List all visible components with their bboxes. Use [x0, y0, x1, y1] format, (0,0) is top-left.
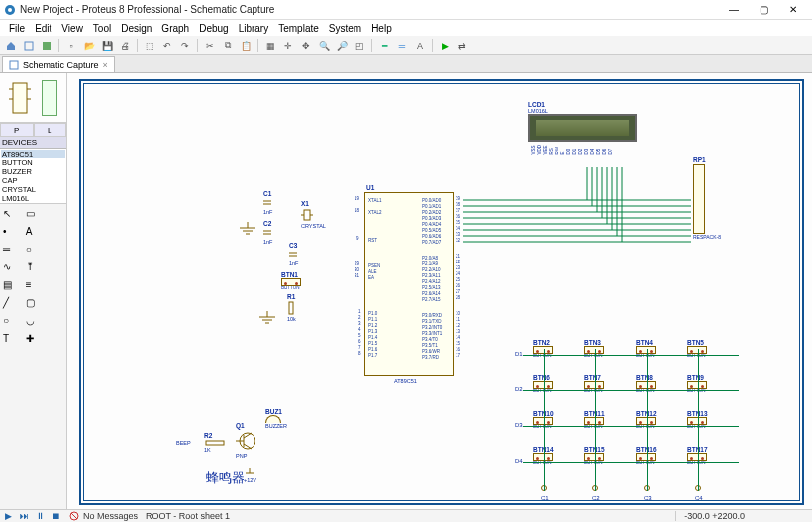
tool-new-icon[interactable]: ▫	[63, 38, 79, 53]
window-maximize-button[interactable]: ▢	[749, 1, 778, 19]
side-line-icon[interactable]: ╱	[2, 296, 18, 312]
keypad-row-label: D3	[515, 422, 523, 428]
keypad-row-wire	[523, 390, 739, 391]
menu-design[interactable]: Design	[116, 22, 156, 35]
app-icon	[4, 4, 16, 16]
sim-step-button[interactable]: ⏭	[17, 511, 31, 522]
side-circle-icon[interactable]: ○	[2, 314, 18, 330]
tool-save-icon[interactable]: 💾	[99, 38, 115, 53]
device-item[interactable]: AT89C51	[1, 150, 65, 158]
window-close-button[interactable]: ✕	[778, 1, 808, 19]
devices-list[interactable]: AT89C51 BUTTON BUZZER CAP CRYSTAL LM016L…	[0, 149, 66, 204]
menu-template[interactable]: Template	[273, 22, 324, 35]
keypad-row-wire	[523, 462, 739, 463]
keypad-col-label: C4	[695, 495, 703, 501]
side-bus-icon[interactable]: ═	[2, 243, 18, 259]
menu-system[interactable]: System	[324, 22, 366, 35]
component-q1[interactable]: Q1 PNP	[236, 422, 255, 459]
annotation-buzzer: 蜂鸣器	[206, 470, 245, 487]
svg-rect-28	[206, 441, 224, 445]
component-r1[interactable]: R1 10k	[287, 293, 296, 322]
keypad-col-wire	[595, 349, 596, 491]
net-beep[interactable]: BEEP	[176, 440, 191, 446]
tool-zoomout-icon[interactable]: 🔎	[334, 38, 350, 53]
menu-debug[interactable]: Debug	[194, 22, 233, 35]
device-item[interactable]: CAP	[1, 176, 65, 185]
side-select-icon[interactable]: ↖	[2, 207, 18, 223]
component-c1[interactable]: C1 1nF	[263, 190, 272, 215]
component-btn1[interactable]: BTN1 BUTTON	[281, 271, 301, 291]
component-x1[interactable]: X1 CRYSTAL	[301, 200, 326, 229]
component-r2[interactable]: R2 1K	[204, 432, 226, 453]
picker-mode-l[interactable]: L	[34, 123, 67, 137]
device-item[interactable]: BUZZER	[1, 167, 65, 176]
preview-package-icon	[42, 80, 57, 116]
tool-play-icon[interactable]: ▶	[437, 38, 453, 53]
keypad-row-label: D4	[515, 458, 523, 464]
tool-pcb-icon[interactable]	[39, 38, 54, 53]
side-text-icon[interactable]: T	[2, 332, 18, 348]
tool-print-icon[interactable]: 🖨	[117, 38, 133, 53]
component-c3[interactable]: C3 1nF	[289, 242, 298, 266]
window-titlebar: New Project - Proteus 8 Professional - S…	[0, 0, 812, 20]
tool-zoom-area-icon[interactable]: ⬚	[142, 38, 157, 53]
side-component-icon[interactable]: ▭	[25, 207, 41, 223]
tool-wire-icon[interactable]: ━	[376, 38, 392, 53]
tool-copy-icon[interactable]: ⧉	[220, 38, 236, 53]
tool-open-icon[interactable]: 📂	[81, 38, 97, 53]
menu-view[interactable]: View	[56, 22, 88, 35]
side-generator-icon[interactable]: ∿	[2, 261, 18, 276]
menu-graph[interactable]: Graph	[156, 22, 194, 35]
menu-edit[interactable]: Edit	[30, 22, 56, 35]
menu-file[interactable]: File	[4, 22, 30, 35]
component-buz1[interactable]: BUZ1 BUZZER	[265, 408, 287, 429]
tool-zoomfit-icon[interactable]: ◰	[352, 38, 367, 53]
svg-rect-4	[10, 61, 18, 69]
picker-mode-p[interactable]: P	[0, 123, 34, 137]
sim-pause-button[interactable]: ⏸	[33, 511, 47, 522]
sim-play-button[interactable]: ▶	[1, 511, 15, 522]
tab-schematic[interactable]: Schematic Capture ×	[2, 56, 115, 72]
device-item[interactable]: BUTTON	[1, 158, 65, 167]
status-coords: -300.0 +2200.0	[675, 511, 753, 521]
tool-text-icon[interactable]: A	[412, 38, 428, 53]
sim-stop-button[interactable]: ⏹	[49, 511, 62, 522]
tool-transfer-icon[interactable]: ⇄	[455, 38, 470, 53]
tool-origin-icon[interactable]: ✛	[280, 38, 296, 53]
tool-pan-icon[interactable]: ✥	[298, 38, 314, 53]
side-arc-icon[interactable]: ◡	[25, 314, 41, 330]
tool-home-icon[interactable]	[3, 38, 19, 53]
component-c2[interactable]: C2 1nF	[263, 220, 272, 245]
side-junction-icon[interactable]: •	[2, 225, 18, 241]
side-marker-icon[interactable]: ✚	[25, 332, 41, 348]
menu-help[interactable]: Help	[366, 22, 397, 35]
tool-bus-icon[interactable]: ═	[394, 38, 410, 53]
menu-tool[interactable]: Tool	[88, 22, 116, 35]
device-item[interactable]: LM016L	[1, 194, 65, 203]
side-script-icon[interactable]: ≡	[25, 278, 41, 294]
side-graph-icon[interactable]: ▤	[2, 278, 18, 294]
status-sheet[interactable]: ROOT - Root sheet 1	[142, 511, 234, 521]
part-preview	[0, 73, 66, 123]
tool-redo-icon[interactable]: ↷	[177, 38, 193, 53]
svg-rect-2	[25, 42, 33, 50]
device-item[interactable]: CRYSTAL	[1, 185, 65, 194]
tab-close-icon[interactable]: ×	[103, 60, 108, 70]
tool-paste-icon[interactable]: 📋	[238, 38, 254, 53]
tool-cut-icon[interactable]: ✂	[202, 38, 218, 53]
window-minimize-button[interactable]: —	[719, 1, 749, 19]
schematic-canvas[interactable]: U1 AT89C51 XTAL1 XTAL2 RST PSEN ALE EA P…	[67, 73, 812, 509]
side-probe-icon[interactable]: ⤒	[25, 261, 41, 276]
tool-grid-icon[interactable]: ▦	[262, 38, 278, 53]
side-label-icon[interactable]: A	[25, 225, 41, 241]
tool-schematic-icon[interactable]	[21, 38, 37, 53]
component-lcd1[interactable]: LCD1 LM016L VSSVDD VEERS RWE D0D1 D2D3 D…	[528, 101, 637, 155]
main-toolbar: ▫ 📂 💾 🖨 ⬚ ↶ ↷ ✂ ⧉ 📋 ▦ ✛ ✥ 🔍 🔎 ◰ ━ ═ A ▶ …	[0, 36, 812, 55]
side-terminal-icon[interactable]: ○	[25, 243, 41, 259]
keypad-col-label: C2	[592, 495, 600, 501]
tool-zoomin-icon[interactable]: 🔍	[316, 38, 332, 53]
side-box-icon[interactable]: ▢	[25, 296, 41, 312]
net-12v: +12V	[244, 468, 256, 483]
tool-undo-icon[interactable]: ↶	[159, 38, 175, 53]
menu-library[interactable]: Library	[234, 22, 274, 35]
